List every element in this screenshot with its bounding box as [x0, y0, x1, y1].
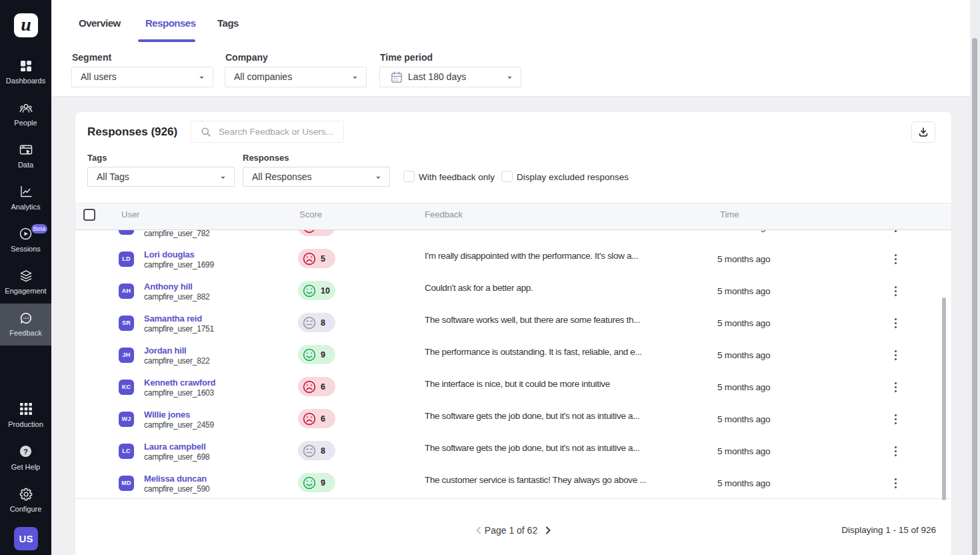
svg-text:?: ?	[23, 448, 28, 456]
